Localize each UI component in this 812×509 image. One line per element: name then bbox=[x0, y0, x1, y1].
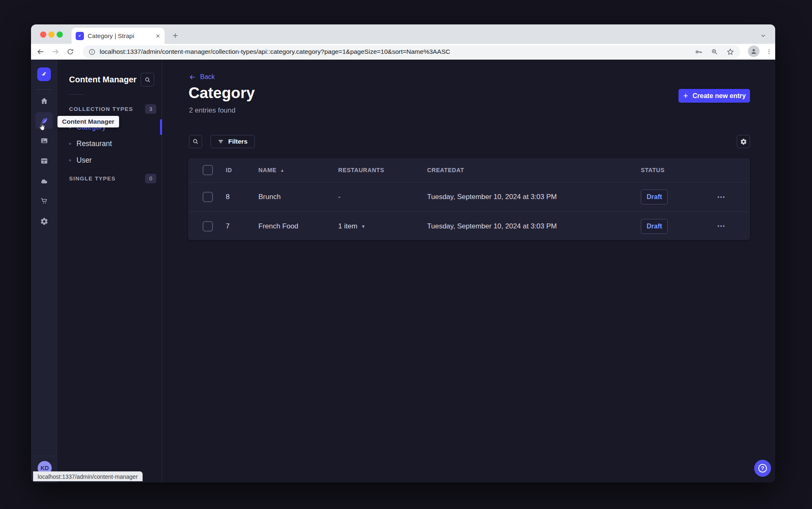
page-info-icon[interactable] bbox=[88, 48, 96, 55]
column-header-name[interactable]: NAME▲ bbox=[258, 167, 284, 173]
view-settings-button[interactable] bbox=[737, 135, 750, 148]
single-types-count-badge: 0 bbox=[145, 174, 156, 183]
search-icon bbox=[192, 138, 199, 145]
subnav-item-user[interactable]: User bbox=[69, 154, 152, 166]
cell-name: Brunch bbox=[258, 193, 281, 201]
help-button[interactable]: ? bbox=[754, 460, 771, 477]
cell-name: French Food bbox=[258, 222, 298, 230]
tab-search-chevron-icon[interactable] bbox=[757, 29, 769, 42]
sidebar-item-media-library[interactable] bbox=[36, 132, 53, 149]
window-zoom-button[interactable] bbox=[57, 31, 63, 38]
sidebar-item-marketplace[interactable] bbox=[36, 192, 53, 209]
cell-id: 8 bbox=[226, 193, 229, 201]
sidebar-item-home[interactable] bbox=[36, 92, 53, 109]
chevron-down-icon[interactable]: ▼ bbox=[361, 224, 365, 229]
plus-icon bbox=[683, 93, 689, 99]
browser-menu-icon[interactable] bbox=[764, 46, 774, 57]
subnav-item-restaurant[interactable]: Restaurant bbox=[69, 137, 152, 150]
main-content: Back Category 2 entries found Create new… bbox=[162, 60, 775, 483]
table-row[interactable]: 8 Brunch - Tuesday, September 10, 2024 a… bbox=[188, 182, 750, 211]
sidebar-item-settings[interactable] bbox=[36, 213, 53, 230]
reload-icon[interactable] bbox=[65, 46, 76, 57]
status-badge: Draft bbox=[641, 190, 668, 204]
column-header-createdat[interactable]: CREATEDAT bbox=[427, 167, 464, 173]
bookmark-star-icon[interactable] bbox=[726, 48, 734, 56]
browser-titlebar: Category | Strapi bbox=[31, 24, 775, 44]
column-header-status[interactable]: STATUS bbox=[641, 167, 665, 173]
url-bar[interactable]: localhost:1337/admin/content-manager/col… bbox=[83, 46, 740, 58]
sidebar-item-deploy-cloud[interactable] bbox=[36, 173, 53, 190]
bullet-icon bbox=[69, 143, 71, 145]
tab-close-icon[interactable] bbox=[155, 34, 160, 38]
browser-window: Category | Strapi localhost:1337/admin/c… bbox=[31, 24, 775, 483]
browser-tab[interactable]: Category | Strapi bbox=[72, 28, 165, 44]
collection-types-count-badge: 3 bbox=[145, 104, 156, 114]
table-row[interactable]: 7 French Food 1 item▼ Tuesday, September… bbox=[188, 211, 750, 240]
cell-restaurants[interactable]: 1 item▼ bbox=[338, 222, 365, 230]
tab-title: Category | Strapi bbox=[88, 32, 155, 39]
hand-cursor bbox=[37, 122, 48, 134]
sidebar-item-content-type-builder[interactable] bbox=[36, 152, 53, 169]
subnav-title: Content Manager bbox=[69, 75, 136, 84]
page-title: Category bbox=[189, 84, 255, 102]
cell-createdat: Tuesday, September 10, 2024 at 3:03 PM bbox=[427, 193, 557, 201]
url-text[interactable]: localhost:1337/admin/content-manager/col… bbox=[100, 48, 686, 55]
sort-ascending-icon[interactable]: ▲ bbox=[280, 168, 285, 173]
entries-table: ID NAME▲ RESTAURANTS CREATEDAT STATUS 8 … bbox=[188, 158, 750, 240]
cell-id: 7 bbox=[226, 222, 229, 230]
bullet-icon bbox=[69, 159, 71, 161]
password-key-icon[interactable] bbox=[695, 48, 702, 56]
status-badge: Draft bbox=[641, 219, 668, 234]
forward-navigation-icon[interactable] bbox=[50, 46, 61, 57]
browser-profile-avatar[interactable] bbox=[748, 46, 759, 57]
content-manager-tooltip: Content Manager bbox=[57, 116, 119, 127]
column-header-restaurants[interactable]: RESTAURANTS bbox=[338, 167, 384, 173]
subnav-search-button[interactable] bbox=[141, 73, 154, 86]
window-minimize-button[interactable] bbox=[48, 31, 55, 38]
link-status-tooltip: localhost:1337/admin/content-manager bbox=[33, 471, 143, 481]
subnav-divider bbox=[69, 94, 84, 95]
row-actions-button[interactable]: ••• bbox=[712, 220, 731, 233]
create-new-entry-button[interactable]: Create new entry bbox=[678, 89, 750, 103]
table-search-button[interactable] bbox=[189, 135, 202, 148]
row-actions-button[interactable]: ••• bbox=[712, 191, 731, 203]
cell-createdat: Tuesday, September 10, 2024 at 3:03 PM bbox=[427, 222, 557, 230]
gear-icon bbox=[740, 138, 747, 145]
rail-bottom-divider bbox=[31, 456, 57, 456]
cell-restaurants: - bbox=[338, 193, 341, 201]
back-arrow-icon bbox=[189, 74, 196, 81]
question-mark-icon: ? bbox=[758, 464, 767, 473]
column-header-id[interactable]: ID bbox=[226, 167, 232, 173]
collection-types-label: COLLECTION TYPES bbox=[69, 106, 133, 112]
table-header-row: ID NAME▲ RESTAURANTS CREATEDAT STATUS bbox=[188, 158, 750, 182]
select-all-checkbox[interactable] bbox=[203, 165, 213, 175]
window-close-button[interactable] bbox=[40, 31, 46, 38]
zoom-icon[interactable] bbox=[711, 48, 718, 55]
rail-divider bbox=[36, 89, 53, 90]
back-link[interactable]: Back bbox=[189, 73, 215, 81]
single-types-label: SINGLE TYPES bbox=[69, 175, 116, 182]
new-tab-button[interactable] bbox=[169, 29, 182, 42]
browser-toolbar: localhost:1337/admin/content-manager/col… bbox=[31, 44, 775, 60]
entries-count: 2 entries found bbox=[189, 106, 235, 115]
strapi-app: KD Content Manager COLLECTION TYPES 3 Ca… bbox=[31, 60, 775, 483]
strapi-logo[interactable] bbox=[37, 67, 51, 81]
row-checkbox[interactable] bbox=[203, 192, 213, 202]
back-navigation-icon[interactable] bbox=[35, 46, 46, 57]
filter-icon bbox=[217, 138, 224, 145]
row-checkbox[interactable] bbox=[203, 221, 213, 231]
strapi-favicon bbox=[76, 32, 84, 40]
filters-button[interactable]: Filters bbox=[210, 135, 255, 148]
